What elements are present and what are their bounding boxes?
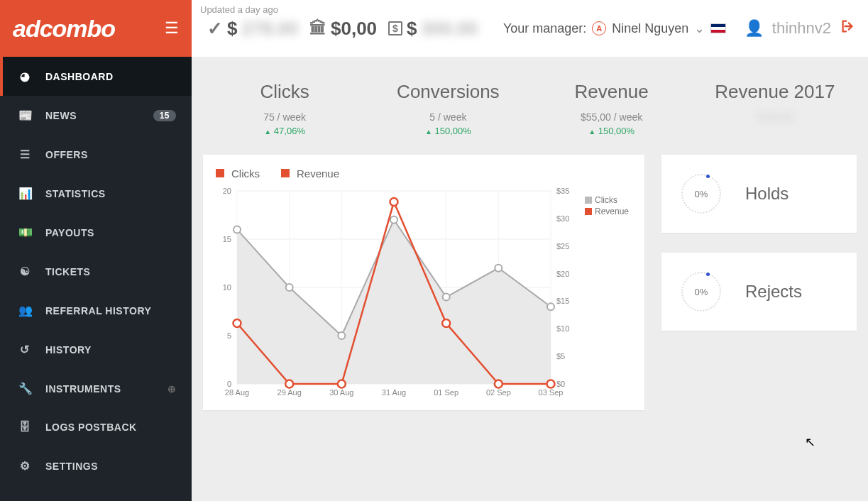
sidebar-item-dashboard[interactable]: ◕ DASHBOARD	[0, 57, 192, 96]
flag-uk-icon[interactable]	[710, 23, 726, 33]
lifebuoy-icon: ☯	[18, 265, 31, 278]
svg-point-32	[234, 226, 241, 233]
svg-text:0: 0	[227, 380, 231, 388]
sidebar-item-label: LOGS POSTBACK	[45, 422, 137, 433]
svg-text:10: 10	[223, 283, 231, 292]
svg-text:$35: $35	[556, 187, 569, 195]
currency: $	[227, 18, 237, 40]
sidebar-item-instruments[interactable]: 🔧 INSTRUMENTS ⊕	[0, 369, 192, 408]
svg-point-45	[547, 380, 555, 388]
cash-icon: $	[388, 21, 402, 35]
top-header: adcombo ☰ ✓ $278.00 🏛 $0,00 $ $300.00 Yo…	[0, 0, 868, 57]
plus-circle-icon: ⊕	[167, 383, 177, 395]
card-rejects: 0% Rejects	[661, 253, 857, 331]
svg-point-44	[495, 380, 502, 388]
sidebar-item-offers[interactable]: ☰ OFFERS	[0, 135, 192, 174]
legend-clicks[interactable]: Clicks	[216, 167, 260, 180]
sidebar-item-label: OFFERS	[45, 149, 88, 160]
up-arrow-icon: ▲	[425, 128, 432, 136]
svg-text:$10: $10	[556, 324, 569, 333]
news-icon: 📰	[18, 109, 31, 122]
stat-title: Revenue 2017	[693, 81, 857, 103]
sidebar-item-label: TICKETS	[45, 266, 90, 277]
manager-block[interactable]: Your manager: A Ninel Nguyen ⌄	[503, 21, 726, 36]
svg-text:28 Aug: 28 Aug	[225, 388, 249, 397]
up-arrow-icon: ▲	[264, 128, 271, 136]
svg-text:03 Sep: 03 Sep	[539, 388, 564, 397]
svg-rect-46	[585, 197, 592, 204]
topbar: ✓ $278.00 🏛 $0,00 $ $300.00 Your manager…	[192, 0, 868, 57]
manager-label: Your manager:	[503, 21, 586, 36]
stat-title: Conversions	[366, 81, 529, 103]
sidebar-item-news[interactable]: 📰 NEWS 15	[0, 96, 192, 135]
svg-text:5: 5	[227, 331, 231, 340]
stat-title: Clicks	[203, 81, 366, 103]
sidebar-item-statistics[interactable]: 📊 STATISTICS	[0, 174, 192, 213]
sidebar-item-label: INSTRUMENTS	[45, 383, 121, 395]
chart-legend: Clicks Revenue	[216, 167, 636, 180]
svg-point-40	[285, 380, 293, 388]
username[interactable]: thinhnv2	[772, 19, 831, 38]
brand-logo[interactable]: adcombo	[13, 15, 115, 43]
svg-point-35	[390, 216, 397, 224]
svg-text:20: 20	[223, 187, 231, 195]
sidebar-item-settings[interactable]: ⚙ SETTINGS	[0, 446, 192, 485]
legend-revenue[interactable]: Revenue	[281, 167, 339, 180]
svg-rect-48	[585, 208, 592, 215]
card-title: Rejects	[745, 282, 802, 302]
card-title: Holds	[745, 184, 789, 204]
chevron-down-icon[interactable]: ⌄	[694, 21, 705, 36]
updated-label: Updated a day ago	[200, 4, 278, 15]
sidebar-item-label: SETTINGS	[45, 461, 98, 472]
card-holds: 0% Holds	[661, 155, 857, 233]
svg-point-37	[495, 265, 502, 272]
sidebar-item-label: HISTORY	[45, 344, 92, 356]
svg-text:Clicks: Clicks	[595, 195, 617, 205]
svg-text:$15: $15	[556, 297, 569, 305]
stat-sub: 5 / week	[366, 111, 529, 123]
sidebar-item-referral[interactable]: 👥 REFERRAL HISTORY	[0, 291, 192, 330]
stat-pct: ▲ 47,06%	[203, 126, 366, 136]
svg-text:$0: $0	[556, 380, 565, 388]
chart-card: Clicks Revenue 20151050$35$30$25$20$15$1…	[203, 155, 644, 410]
balance-bank-value: $0,00	[331, 18, 377, 40]
balances: ✓ $278.00 🏛 $0,00 $ $300.00	[207, 18, 478, 40]
menu-toggle-icon[interactable]: ☰	[165, 19, 179, 38]
svg-text:01 Sep: 01 Sep	[434, 388, 458, 397]
logout-icon[interactable]	[840, 18, 855, 38]
svg-point-39	[234, 319, 241, 327]
svg-point-34	[338, 332, 345, 339]
sidebar-item-label: DASHBOARD	[45, 71, 114, 82]
balance-wallet-value: 300.00	[421, 18, 478, 40]
bank-icon: 🏛	[309, 18, 326, 38]
svg-text:02 Sep: 02 Sep	[486, 388, 511, 397]
user-block: 👤 thinhnv2	[745, 18, 855, 38]
currency: $	[407, 18, 417, 40]
dial-icon: 0%	[681, 272, 721, 312]
stat-conversions: Conversions 5 / week ▲ 150,00%	[366, 81, 529, 136]
svg-point-38	[547, 303, 554, 310]
balance-approved: ✓ $278.00	[207, 18, 298, 40]
content-row: Clicks Revenue 20151050$35$30$25$20$15$1…	[203, 155, 857, 410]
svg-text:$20: $20	[556, 270, 569, 278]
stat-sub: 75 / week	[203, 111, 366, 123]
stat-pct: ▲ 150,00%	[366, 126, 529, 136]
stat-year-value: $190.00	[693, 111, 857, 123]
manager-avatar-icon: A	[592, 21, 606, 35]
stat-sub: $55,00 / week	[530, 111, 693, 123]
svg-text:Revenue: Revenue	[595, 207, 629, 216]
svg-text:$25: $25	[556, 242, 569, 250]
sidebar-item-payouts[interactable]: 💵 PAYOUTS	[0, 213, 192, 252]
sidebar-item-label: REFERRAL HISTORY	[45, 305, 151, 316]
sidebar-item-history[interactable]: ↺ HISTORY	[0, 330, 192, 369]
sidebar-item-label: PAYOUTS	[45, 227, 94, 238]
list-icon: ☰	[18, 148, 31, 161]
sitemap-icon: 👥	[18, 304, 31, 317]
sidebar: ◕ DASHBOARD 📰 NEWS 15 ☰ OFFERS 📊 STATIST…	[0, 57, 192, 501]
user-icon[interactable]: 👤	[745, 19, 764, 38]
sidebar-item-label: NEWS	[45, 110, 77, 121]
sidebar-item-tickets[interactable]: ☯ TICKETS	[0, 252, 192, 291]
stat-clicks: Clicks 75 / week ▲ 47,06%	[203, 81, 366, 136]
sidebar-item-logs[interactable]: 🗄 LOGS POSTBACK	[0, 408, 192, 446]
money-icon: 💵	[18, 226, 31, 239]
